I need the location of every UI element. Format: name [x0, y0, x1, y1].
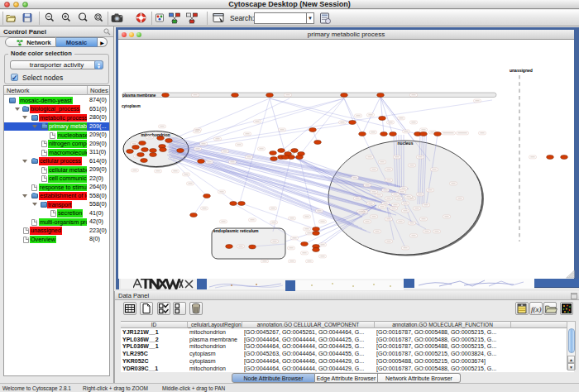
svg-text:endoplasmic reticulum: endoplasmic reticulum [213, 228, 259, 233]
svg-text:f(x): f(x) [531, 305, 542, 313]
svg-text:plasma membrane: plasma membrane [122, 93, 156, 98]
svg-text:mitochondrion: mitochondrion [141, 132, 170, 137]
svg-text:nucleus: nucleus [398, 141, 414, 146]
svg-text:cytoplasm: cytoplasm [122, 104, 141, 108]
svg-text:unassigned: unassigned [510, 68, 533, 73]
